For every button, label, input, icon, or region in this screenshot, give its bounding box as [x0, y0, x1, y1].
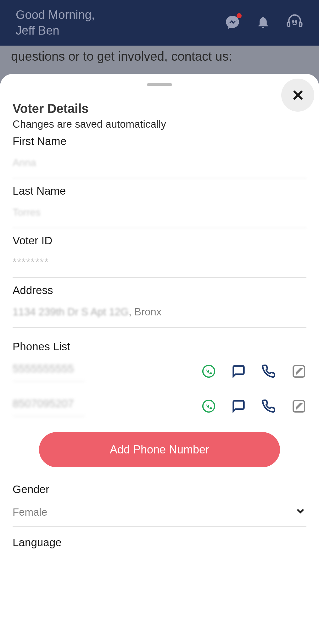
language-label: Language — [13, 536, 306, 549]
sheet-title: Voter Details — [13, 102, 306, 116]
voter-details-sheet: ✕ Voter Details Changes are saved automa… — [0, 74, 319, 644]
add-phone-button[interactable]: Add Phone Number — [39, 432, 280, 467]
whatsapp-icon[interactable] — [202, 364, 216, 380]
app-header: Good Morning, Jeff Ben — [0, 0, 319, 46]
phone-row: 8507095207 — [13, 397, 306, 416]
phone-number-input[interactable]: 8507095207 — [13, 397, 85, 416]
address-label: Address — [13, 284, 306, 297]
phone-icon[interactable] — [261, 399, 276, 414]
first-name-label: First Name — [13, 135, 306, 147]
drag-handle[interactable] — [147, 83, 172, 86]
gender-field: Gender Female — [13, 483, 306, 527]
greeting-text: Good Morning, Jeff Ben — [16, 7, 95, 38]
phone-actions — [202, 364, 306, 380]
greeting-line-2: Jeff Ben — [16, 23, 95, 38]
edit-icon[interactable] — [291, 399, 306, 415]
message-icon[interactable] — [232, 364, 246, 380]
messenger-icon[interactable] — [225, 14, 240, 31]
last-name-label: Last Name — [13, 185, 306, 197]
close-button[interactable]: ✕ — [281, 79, 314, 112]
phone-row: 5555555555 — [13, 362, 306, 381]
language-field: Language — [13, 536, 306, 549]
sheet-content: Voter Details Changes are saved automati… — [0, 92, 319, 549]
address-input[interactable]: 1134 239th Dr S Apt 12G, Bronx — [13, 306, 306, 328]
address-clear: , Bronx — [129, 306, 162, 318]
message-icon[interactable] — [232, 399, 246, 414]
whatsapp-icon[interactable] — [202, 399, 216, 414]
notification-dot — [237, 13, 242, 18]
last-name-input[interactable]: Torres — [13, 207, 306, 228]
phone-number-input[interactable]: 5555555555 — [13, 362, 85, 381]
greeting-line-1: Good Morning, — [16, 7, 95, 23]
address-blurred: 1134 239th Dr S Apt 12G — [13, 306, 129, 318]
first-name-field: First Name Anna — [13, 135, 306, 178]
phone-actions — [202, 399, 306, 415]
first-name-input[interactable]: Anna — [13, 157, 306, 178]
voter-id-label: Voter ID — [13, 234, 306, 247]
edit-icon[interactable] — [291, 364, 306, 380]
address-field: Address 1134 239th Dr S Apt 12G, Bronx — [13, 284, 306, 328]
gender-selected-value: Female — [13, 506, 47, 518]
voter-id-input[interactable]: ******** — [13, 256, 306, 278]
chevron-down-icon — [294, 505, 306, 519]
background-content: questions or to get involved, contact us… — [0, 46, 319, 67]
gender-label: Gender — [13, 483, 306, 496]
phone-icon[interactable] — [261, 364, 276, 380]
svg-point-1 — [295, 21, 297, 22]
last-name-field: Last Name Torres — [13, 185, 306, 228]
svg-point-0 — [293, 21, 294, 22]
header-actions — [225, 14, 303, 32]
gender-dropdown[interactable]: Female — [13, 505, 306, 527]
sheet-subtitle: Changes are saved automatically — [13, 118, 306, 130]
support-icon[interactable] — [286, 14, 303, 32]
voter-id-field: Voter ID ******** — [13, 234, 306, 278]
bell-icon[interactable] — [256, 15, 270, 31]
phones-section-label: Phones List — [13, 340, 306, 353]
